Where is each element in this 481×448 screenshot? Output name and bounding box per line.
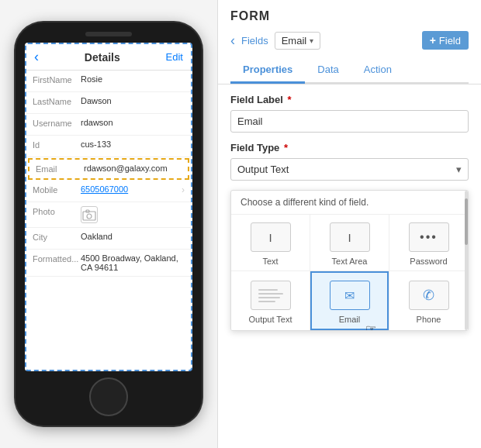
email-type-icon: ✉ bbox=[330, 281, 370, 310]
output-text-type-label: Output Text bbox=[248, 315, 292, 324]
required-star-label: * bbox=[285, 94, 292, 105]
row-label-mobile: Mobile bbox=[33, 184, 81, 195]
row-label-firstname: FirstName bbox=[33, 74, 81, 84]
textarea-cursor-icon: I bbox=[348, 231, 351, 244]
right-content: Field Label * Field Type * Output Text ▾… bbox=[218, 84, 481, 448]
phone-mockup: ‹ Details Edit FirstName Rosie LastName … bbox=[16, 22, 202, 426]
scroll-thumb bbox=[465, 198, 468, 245]
dropdown-hint-text: Choose a different kind of field. bbox=[231, 191, 468, 215]
password-type-label: Password bbox=[410, 257, 447, 266]
add-field-button[interactable]: + Field bbox=[422, 31, 469, 50]
row-username: Username rdawson bbox=[26, 114, 191, 136]
row-value-formatted: 4500 Broadway, Oakland, CA 94611 bbox=[81, 253, 185, 272]
field-type-grid: I Text I Text Area ••• Password bbox=[231, 215, 468, 330]
row-mobile: Mobile 6505067000 › bbox=[26, 181, 191, 202]
right-panel-header: FORM ‹ Fields Email ▾ + Field Properties… bbox=[218, 0, 481, 84]
row-id: Id cus-133 bbox=[26, 136, 191, 157]
row-value-email: rdawson@galaxy.com bbox=[84, 164, 182, 173]
field-label-input[interactable] bbox=[230, 110, 469, 133]
row-value-username: rdawson bbox=[81, 118, 185, 127]
field-type-value: Output Text bbox=[237, 164, 289, 175]
text-type-label: Text bbox=[262, 257, 278, 266]
tab-data[interactable]: Data bbox=[305, 57, 351, 84]
required-star-type: * bbox=[281, 142, 288, 153]
phone-screen: ‹ Details Edit FirstName Rosie LastName … bbox=[25, 43, 192, 371]
breadcrumb-fields-link[interactable]: Fields bbox=[241, 35, 268, 47]
screen-back-button[interactable]: ‹ bbox=[34, 49, 39, 65]
phone-type-icon: ✆ bbox=[409, 281, 449, 310]
field-type-dropdown-overlay: Choose a different kind of field. I Text… bbox=[230, 190, 469, 331]
cursor-icon: I bbox=[268, 231, 272, 244]
row-value-lastname: Dawson bbox=[81, 96, 185, 105]
text-type-icon: I bbox=[251, 222, 291, 252]
row-lastname: LastName Dawson bbox=[26, 92, 191, 114]
textarea-type-icon: I bbox=[330, 222, 370, 252]
phone-type-label: Phone bbox=[417, 315, 441, 324]
phone-speaker bbox=[85, 32, 132, 36]
screen-rows: FirstName Rosie LastName Dawson Username… bbox=[26, 71, 191, 370]
breadcrumb-back-icon[interactable]: ‹ bbox=[230, 33, 235, 49]
phone-home-button[interactable] bbox=[89, 377, 128, 416]
phone-handset-icon: ✆ bbox=[423, 287, 434, 304]
row-label-username: Username bbox=[33, 118, 81, 128]
row-photo: Photo bbox=[26, 202, 191, 228]
screen-header: ‹ Details Edit bbox=[26, 44, 191, 71]
tabs-row: Properties Data Action bbox=[230, 57, 469, 84]
row-value-mobile[interactable]: 6505067000 bbox=[81, 184, 178, 194]
row-arrow-mobile: › bbox=[182, 184, 185, 195]
tab-properties[interactable]: Properties bbox=[230, 57, 305, 84]
field-label-section: Field Label * bbox=[230, 94, 469, 133]
field-type-dropdown[interactable]: Email ▾ bbox=[275, 32, 321, 50]
row-label-city: City bbox=[33, 232, 81, 242]
add-field-label: Field bbox=[439, 35, 461, 47]
row-firstname: FirstName Rosie bbox=[26, 71, 191, 92]
text-lines-icon bbox=[255, 286, 286, 305]
email-type-label: Email bbox=[339, 315, 361, 324]
row-email: Email rdawson@galaxy.com bbox=[28, 158, 189, 180]
field-type-section: Field Type * Output Text ▾ bbox=[230, 142, 469, 181]
chevron-down-icon: ▾ bbox=[310, 36, 313, 45]
breadcrumb-row: ‹ Fields Email ▾ + Field bbox=[230, 31, 469, 50]
field-type-phone[interactable]: ✆ Phone bbox=[389, 271, 468, 330]
form-title: FORM bbox=[230, 9, 469, 23]
row-city: City Oakland bbox=[26, 228, 191, 250]
field-type-text[interactable]: I Text bbox=[231, 215, 310, 271]
field-type-output-text[interactable]: Output Text bbox=[231, 271, 310, 330]
field-type-select[interactable]: Output Text ▾ bbox=[230, 158, 469, 181]
chevron-down-icon: ▾ bbox=[456, 164, 462, 175]
field-type-password[interactable]: ••• Password bbox=[389, 215, 468, 271]
cursor-hand-icon: ☞ bbox=[365, 322, 376, 331]
textarea-type-label: Text Area bbox=[332, 257, 368, 266]
row-value-id: cus-133 bbox=[81, 140, 185, 149]
row-label-formatted: Formatted... bbox=[33, 253, 81, 264]
row-label-email: Email bbox=[36, 164, 84, 174]
row-photo-icon bbox=[81, 206, 98, 223]
row-value-city: Oakland bbox=[81, 232, 185, 241]
phone-panel: ‹ Details Edit FirstName Rosie LastName … bbox=[0, 0, 217, 448]
svg-point-1 bbox=[87, 214, 92, 219]
row-label-id: Id bbox=[33, 140, 81, 150]
field-label-heading: Field Label * bbox=[230, 94, 469, 105]
right-panel: FORM ‹ Fields Email ▾ + Field Properties… bbox=[217, 0, 481, 448]
row-value-firstname: Rosie bbox=[81, 74, 185, 84]
password-type-icon: ••• bbox=[409, 222, 449, 252]
row-label-photo: Photo bbox=[33, 206, 81, 216]
field-type-heading: Field Type * bbox=[230, 142, 469, 153]
screen-edit-button[interactable]: Edit bbox=[166, 51, 183, 63]
row-formatted: Formatted... 4500 Broadway, Oakland, CA … bbox=[26, 250, 191, 277]
dots-icon: ••• bbox=[420, 230, 438, 244]
field-dropdown-value: Email bbox=[282, 35, 307, 47]
scroll-indicator bbox=[465, 191, 468, 330]
email-envelope-icon: ✉ bbox=[344, 288, 355, 303]
field-type-textarea[interactable]: I Text Area bbox=[310, 215, 389, 271]
output-text-type-icon bbox=[251, 281, 291, 310]
tab-action[interactable]: Action bbox=[351, 57, 404, 84]
field-type-email[interactable]: ✉ Email ☞ bbox=[310, 271, 389, 330]
screen-title: Details bbox=[85, 51, 120, 64]
plus-icon: + bbox=[430, 34, 436, 47]
row-label-lastname: LastName bbox=[33, 96, 81, 106]
